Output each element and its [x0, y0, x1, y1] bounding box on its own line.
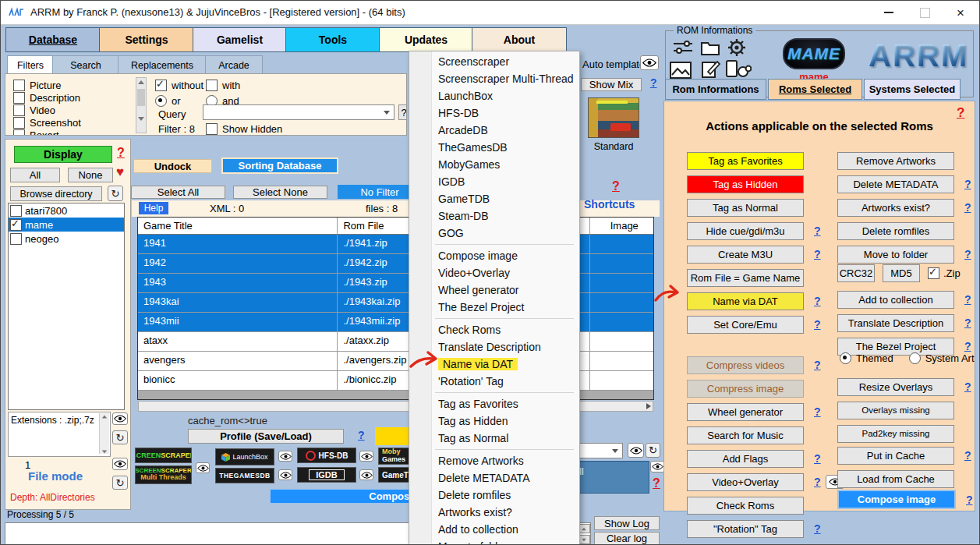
- checkbox-icon[interactable]: [13, 92, 25, 104]
- gamelist-help[interactable]: ?: [653, 476, 660, 490]
- eye-icon[interactable]: [640, 55, 659, 70]
- tab-systems-selected[interactable]: Systems Selected: [864, 79, 961, 100]
- help-link[interactable]: ?: [814, 318, 821, 331]
- show-log-button[interactable]: Show Log: [594, 516, 660, 530]
- menu-item[interactable]: Tag as Hidden: [409, 412, 579, 430]
- menu-item[interactable]: TheGamesDB: [409, 139, 579, 156]
- scroll-right-icon[interactable]: [646, 403, 651, 409]
- help-link[interactable]: ?: [814, 248, 821, 260]
- checkbox-icon[interactable]: [10, 219, 22, 231]
- menu-item[interactable]: Add to collection: [409, 521, 579, 538]
- help-link[interactable]: ?: [964, 340, 971, 352]
- eye-icon[interactable]: [196, 462, 210, 473]
- checkbox-icon[interactable]: [206, 123, 218, 135]
- tab-filters[interactable]: Filters: [7, 55, 54, 75]
- tab-settings[interactable]: Settings: [99, 27, 194, 52]
- radio-icon[interactable]: [155, 95, 167, 107]
- menu-item[interactable]: Tag as Favorites: [409, 395, 579, 412]
- column-image[interactable]: Image: [590, 218, 653, 234]
- eye-icon[interactable]: [359, 469, 373, 480]
- menu-item[interactable]: Move to folder: [409, 538, 579, 545]
- action-button[interactable]: Compress videos: [687, 356, 804, 374]
- system-art-radio[interactable]: [909, 352, 921, 364]
- edit-icon[interactable]: [700, 59, 720, 80]
- or-option[interactable]: or: [155, 94, 181, 107]
- filter-checkbox-row[interactable]: Description: [13, 91, 81, 104]
- tab-search[interactable]: Search: [52, 55, 119, 75]
- launchbox-button[interactable]: LaunchBox: [215, 448, 274, 465]
- select-all-button[interactable]: Select All: [131, 186, 225, 199]
- favorites-heart-icon[interactable]: ♥: [116, 165, 124, 180]
- tab-replacements[interactable]: Replacements: [118, 55, 207, 75]
- thegamesdb-button[interactable]: THEGAMESDB: [215, 468, 274, 483]
- themed-radio[interactable]: [840, 352, 851, 364]
- filter-scrollbar[interactable]: [136, 77, 147, 133]
- hfsdb-button[interactable]: HFS-DB: [297, 448, 356, 463]
- menu-item[interactable]: Screenscraper Multi-Thread: [409, 70, 579, 87]
- action-button[interactable]: Create M3U: [687, 246, 804, 264]
- action-button[interactable]: Tag as Hidden: [687, 175, 804, 193]
- filter-checkbox-row[interactable]: Picture: [13, 79, 81, 91]
- help-link[interactable]: ?: [964, 201, 971, 214]
- tab-about[interactable]: About: [472, 27, 567, 52]
- help-link[interactable]: ?: [964, 380, 971, 393]
- tab-database[interactable]: Database: [5, 27, 101, 52]
- system-row[interactable]: mame: [9, 218, 124, 232]
- menu-item[interactable]: GOG: [409, 225, 579, 242]
- tab-rom-informations[interactable]: Rom Informations: [665, 79, 766, 100]
- eye-icon[interactable]: [278, 451, 292, 462]
- menu-item[interactable]: Delete METADATA: [409, 469, 579, 487]
- select-all-systems-button[interactable]: All: [10, 168, 60, 182]
- menu-item[interactable]: 'Rotation' Tag: [409, 373, 579, 390]
- action-button[interactable]: Pad2key missing: [837, 425, 954, 443]
- menu-item[interactable]: LaunchBox: [409, 87, 579, 104]
- system-row[interactable]: atari7800: [9, 203, 124, 218]
- without-option[interactable]: without: [155, 79, 203, 91]
- action-button[interactable]: Compress image: [687, 380, 804, 398]
- with-option[interactable]: with: [206, 79, 240, 91]
- sorting-database-button[interactable]: Sorting Database: [221, 157, 338, 174]
- action-button[interactable]: Search for Music: [687, 426, 804, 444]
- eye-icon[interactable]: [278, 469, 292, 480]
- menu-item[interactable]: Tag as Normal: [409, 430, 579, 447]
- show-mix-button[interactable]: Show Mix: [581, 78, 642, 91]
- checkbox-icon[interactable]: [13, 80, 25, 91]
- refresh-icon[interactable]: ↻: [112, 476, 128, 490]
- tab-updates[interactable]: Updates: [379, 27, 473, 52]
- eye-icon[interactable]: [112, 412, 128, 425]
- tab-roms-selected[interactable]: Roms Selected: [768, 79, 862, 100]
- eye-icon[interactable]: [628, 443, 644, 458]
- gear-icon[interactable]: [727, 37, 747, 58]
- screenscraper-multithread-button[interactable]: SCREENSCRAPER Multi Threads: [135, 465, 192, 484]
- eye-icon[interactable]: [359, 451, 373, 462]
- help-link[interactable]: ?: [814, 405, 821, 418]
- profile-button[interactable]: Profile (Save/Load): [188, 429, 344, 444]
- checkbox-icon[interactable]: [206, 80, 218, 91]
- menu-item[interactable]: Video+Overlay: [409, 264, 579, 281]
- help-button[interactable]: Help: [139, 202, 168, 214]
- help-link[interactable]: ?: [964, 449, 971, 462]
- action-button[interactable]: Delete romfiles: [837, 222, 954, 240]
- help-link[interactable]: ?: [964, 248, 971, 260]
- help-link[interactable]: ?: [814, 452, 821, 465]
- menu-item[interactable]: IGDB: [409, 173, 579, 190]
- show-mix-help[interactable]: ?: [650, 76, 657, 89]
- action-button[interactable]: Put in Cache: [837, 447, 954, 465]
- mobile-gamepad-icon[interactable]: [725, 59, 752, 80]
- action-button[interactable]: Set Core/Emu: [687, 316, 804, 334]
- action-button[interactable]: "Rotation" Tag: [687, 520, 804, 538]
- query-help-button[interactable]: ?: [398, 104, 407, 120]
- sliders-icon[interactable]: [672, 39, 694, 56]
- close-button[interactable]: ×: [947, 4, 974, 21]
- profile-help[interactable]: ?: [358, 429, 365, 441]
- zip-checkbox[interactable]: [928, 267, 939, 279]
- actions-help[interactable]: ?: [957, 105, 964, 121]
- action-button[interactable]: Check Roms: [687, 497, 804, 515]
- column-game-title[interactable]: Game Title: [138, 218, 338, 234]
- picture-icon[interactable]: [669, 61, 692, 80]
- action-button[interactable]: Add Flags: [687, 450, 804, 468]
- refresh-icon[interactable]: ↻: [112, 430, 128, 444]
- tab-gamelist[interactable]: Gamelist: [193, 27, 287, 52]
- minimize-button[interactable]: [876, 4, 902, 21]
- action-button[interactable]: Translate Description: [837, 314, 954, 332]
